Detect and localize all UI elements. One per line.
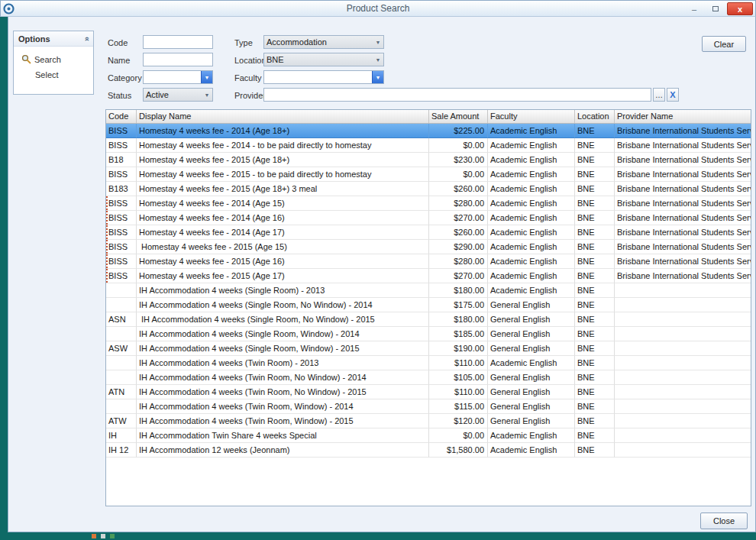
cell-location: BNE bbox=[575, 153, 615, 167]
cell-code bbox=[106, 356, 137, 370]
table-row[interactable]: IH Accommodation 4 weeks (Twin Room, Win… bbox=[106, 399, 751, 414]
maximize-button[interactable] bbox=[706, 2, 725, 15]
cell-sale-amount: $110.00 bbox=[429, 356, 488, 370]
cell-display-name: IH Accommodation 4 weeks (Single Room, W… bbox=[137, 341, 429, 356]
column-header-faculty[interactable]: Faculty bbox=[488, 110, 575, 123]
table-row[interactable]: ATWIH Accommodation 4 weeks (Twin Room, … bbox=[106, 414, 751, 428]
table-row[interactable]: BISSHomestay 4 weeks fee - 2014 (Age 18+… bbox=[106, 124, 751, 138]
cell-location: BNE bbox=[575, 211, 615, 225]
table-row[interactable]: B18Homestay 4 weeks fee - 2015 (Age 18+)… bbox=[106, 153, 751, 167]
clear-button[interactable]: Clear bbox=[702, 36, 746, 52]
code-input[interactable] bbox=[143, 35, 213, 49]
cell-code: IH 12 bbox=[106, 443, 137, 458]
cell-provider-name bbox=[615, 341, 751, 356]
status-dropdown[interactable]: Active ▼ bbox=[143, 88, 213, 102]
table-row[interactable]: ATNIH Accommodation 4 weeks (Twin Room, … bbox=[106, 385, 751, 399]
cell-display-name: Homestay 4 weeks fee - 2014 (Age 18+) bbox=[137, 124, 429, 138]
name-input[interactable] bbox=[143, 53, 213, 66]
cell-code: BISS bbox=[106, 269, 137, 283]
table-row[interactable]: BISSHomestay 4 weeks fee - 2015 - to be … bbox=[106, 167, 751, 182]
cell-sale-amount: $1,580.00 bbox=[429, 443, 488, 458]
location-dropdown[interactable]: BNE ▼ bbox=[263, 53, 384, 66]
chevron-down-icon[interactable]: ▼ bbox=[373, 36, 383, 48]
cell-location: BNE bbox=[575, 254, 615, 269]
cell-code: BISS bbox=[106, 196, 137, 211]
table-row[interactable]: BISSHomestay 4 weeks fee - 2014 (Age 17)… bbox=[106, 225, 751, 240]
background-app-fragment bbox=[92, 534, 96, 538]
sidebar-item-select[interactable]: Select bbox=[14, 67, 93, 82]
cell-provider-name: Brisbane International Students Services bbox=[615, 225, 751, 240]
cell-provider-name: Brisbane International Students Services bbox=[615, 240, 751, 254]
cell-provider-name bbox=[615, 298, 751, 312]
provider-clear-button[interactable]: X bbox=[667, 88, 679, 102]
cell-display-name: Homestay 4 weeks fee - 2014 (Age 16) bbox=[137, 211, 429, 225]
cell-faculty: Academic English bbox=[488, 167, 575, 182]
table-row[interactable]: BISSHomestay 4 weeks fee - 2014 - to be … bbox=[106, 138, 751, 153]
chevron-down-icon[interactable]: ▼ bbox=[373, 53, 383, 66]
table-row[interactable]: IH 12IH Accommodation 12 weeks (Jeonnam)… bbox=[106, 443, 751, 458]
cell-faculty: Academic English bbox=[488, 211, 575, 225]
table-row[interactable]: IH Accommodation 4 weeks (Single Room, W… bbox=[106, 327, 751, 341]
background-app-fragment bbox=[101, 534, 105, 538]
table-row[interactable]: BISS Homestay 4 weeks fee - 2015 (Age 15… bbox=[106, 240, 751, 254]
close-dialog-button[interactable]: Close bbox=[700, 513, 748, 529]
table-row[interactable]: BISSHomestay 4 weeks fee - 2014 (Age 16)… bbox=[106, 211, 751, 225]
table-row[interactable]: IH Accommodation 4 weeks (Twin Room, No … bbox=[106, 370, 751, 385]
cell-sale-amount: $105.00 bbox=[429, 370, 488, 385]
chevron-down-icon[interactable]: ▼ bbox=[201, 71, 212, 83]
cell-faculty: Academic English bbox=[488, 153, 575, 167]
cell-code bbox=[106, 298, 137, 312]
minimize-button[interactable]: – bbox=[684, 2, 704, 15]
cell-display-name: IH Accommodation 4 weeks (Twin Room) - 2… bbox=[137, 356, 429, 370]
options-header: Options » bbox=[14, 31, 93, 47]
column-header-location[interactable]: Location bbox=[575, 110, 615, 123]
table-row[interactable]: IHIH Accommodation Twin Share 4 weeks Sp… bbox=[106, 428, 751, 443]
table-row[interactable]: ASN IH Accommodation 4 weeks (Single Roo… bbox=[106, 312, 751, 327]
cell-faculty: Academic English bbox=[488, 254, 575, 269]
provider-browse-button[interactable]: … bbox=[653, 88, 665, 102]
table-row[interactable]: BISSHomestay 4 weeks fee - 2014 (Age 15)… bbox=[106, 196, 751, 211]
cell-code bbox=[106, 283, 137, 298]
cell-code: BISS bbox=[106, 138, 137, 153]
table-row[interactable]: IH Accommodation 4 weeks (Single Room) -… bbox=[106, 283, 751, 298]
column-header-sale-amount[interactable]: Sale Amount bbox=[429, 110, 488, 123]
cell-faculty: Academic English bbox=[488, 138, 575, 153]
sidebar-item-search[interactable]: Search bbox=[14, 51, 93, 67]
table-row[interactable]: IH Accommodation 4 weeks (Twin Room) - 2… bbox=[106, 356, 751, 370]
cell-sale-amount: $175.00 bbox=[429, 298, 488, 312]
faculty-dropdown[interactable]: ▼ bbox=[263, 70, 384, 84]
type-dropdown[interactable]: Accommodation ▼ bbox=[263, 35, 384, 49]
cell-faculty: Academic English bbox=[488, 283, 575, 298]
chevron-down-icon[interactable]: ▼ bbox=[372, 71, 383, 83]
column-header-code[interactable]: Code bbox=[106, 110, 137, 123]
cell-display-name: Homestay 4 weeks fee - 2014 (Age 15) bbox=[137, 196, 429, 211]
cell-faculty: Academic English bbox=[488, 428, 575, 443]
table-row[interactable]: IH Accommodation 4 weeks (Single Room, N… bbox=[106, 298, 751, 312]
chevron-down-icon[interactable]: ▼ bbox=[202, 89, 212, 101]
cell-provider-name bbox=[615, 385, 751, 399]
cell-code: ASN bbox=[106, 312, 137, 327]
provider-input[interactable] bbox=[263, 88, 651, 102]
cell-display-name: IH Accommodation 12 weeks (Jeonnam) bbox=[137, 443, 429, 458]
cell-sale-amount: $280.00 bbox=[429, 196, 488, 211]
close-button[interactable]: x bbox=[727, 2, 753, 15]
cell-display-name: IH Accommodation 4 weeks (Single Room) -… bbox=[137, 283, 429, 298]
cell-location: BNE bbox=[575, 312, 615, 327]
cell-code: IH bbox=[106, 428, 137, 443]
column-header-display-name[interactable]: Display Name bbox=[137, 110, 429, 123]
cell-display-name: Homestay 4 weeks fee - 2015 (Age 16) bbox=[137, 254, 429, 269]
cell-sale-amount: $0.00 bbox=[429, 167, 488, 182]
collapse-chevron-icon[interactable]: » bbox=[82, 36, 91, 40]
cell-location: BNE bbox=[575, 327, 615, 341]
table-row[interactable]: BISSHomestay 4 weeks fee - 2015 (Age 17)… bbox=[106, 269, 751, 283]
column-header-provider-name[interactable]: Provider Name bbox=[615, 110, 751, 123]
table-row[interactable]: B183Homestay 4 weeks fee - 2015 (Age 18+… bbox=[106, 182, 751, 196]
cell-provider-name bbox=[615, 327, 751, 341]
cell-code: BISS bbox=[106, 240, 137, 254]
cell-code: BISS bbox=[106, 124, 137, 138]
category-dropdown[interactable]: ▼ bbox=[143, 70, 213, 84]
table-row[interactable]: ASWIH Accommodation 4 weeks (Single Room… bbox=[106, 341, 751, 356]
table-row[interactable]: BISSHomestay 4 weeks fee - 2015 (Age 16)… bbox=[106, 254, 751, 269]
cell-faculty: Academic English bbox=[488, 443, 575, 458]
cell-provider-name: Brisbane International Students Services bbox=[615, 167, 751, 182]
